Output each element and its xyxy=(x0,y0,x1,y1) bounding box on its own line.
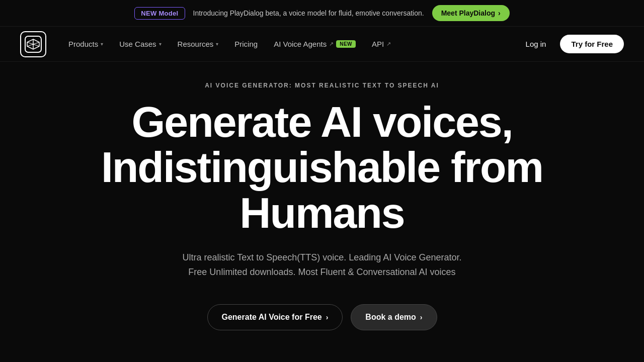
nav-item-pricing[interactable]: Pricing xyxy=(227,36,265,52)
logo[interactable] xyxy=(20,31,46,57)
login-button[interactable]: Log in xyxy=(520,36,552,52)
hero-subtitle: Ultra realistic Text to Speech(TTS) voic… xyxy=(183,250,462,280)
try-free-button[interactable]: Try for Free xyxy=(560,35,624,53)
nav-item-api[interactable]: API ↗ xyxy=(365,36,398,52)
nav-item-resources[interactable]: Resources ▾ xyxy=(171,36,226,52)
chevron-right-icon: › xyxy=(326,313,329,321)
chevron-right-icon: › xyxy=(420,313,423,321)
announcement-bar: NEW Model Introducing PlayDialog beta, a… xyxy=(0,0,644,27)
nav-item-products[interactable]: Products ▾ xyxy=(61,36,110,52)
generate-voice-button[interactable]: Generate AI Voice for Free › xyxy=(207,304,343,330)
hero-eyebrow: AI VOICE GENERATOR: MOST REALISTIC TEXT … xyxy=(205,82,439,89)
external-link-icon: ↗ xyxy=(329,41,334,47)
chevron-down-icon: ▾ xyxy=(216,41,218,47)
meet-playdialog-button[interactable]: Meet PlayDialog › xyxy=(432,5,510,21)
book-demo-button[interactable]: Book a demo › xyxy=(351,304,437,330)
nav-links: Products ▾ Use Cases ▾ Resources ▾ Prici… xyxy=(61,36,520,52)
cta-buttons: Generate AI Voice for Free › Book a demo… xyxy=(207,304,437,330)
chevron-down-icon: ▾ xyxy=(159,41,162,47)
external-link-icon: ↗ xyxy=(386,41,391,47)
announcement-text: Introducing PlayDialog beta, a voice mod… xyxy=(193,9,424,17)
nav-right: Log in Try for Free xyxy=(520,35,624,53)
hero-section: AI VOICE GENERATOR: MOST REALISTIC TEXT … xyxy=(0,62,644,345)
chevron-down-icon: ▾ xyxy=(101,41,103,47)
new-model-badge: NEW Model xyxy=(134,7,185,20)
logo-box xyxy=(20,31,46,57)
navbar: Products ▾ Use Cases ▾ Resources ▾ Prici… xyxy=(0,27,644,62)
nav-item-ai-voice-agents[interactable]: AI Voice Agents ↗ NEW xyxy=(267,36,363,52)
hero-title: Generate AI voices, Indistinguishable fr… xyxy=(101,99,543,235)
chevron-icon: › xyxy=(498,9,501,17)
nav-item-use-cases[interactable]: Use Cases ▾ xyxy=(112,36,168,52)
